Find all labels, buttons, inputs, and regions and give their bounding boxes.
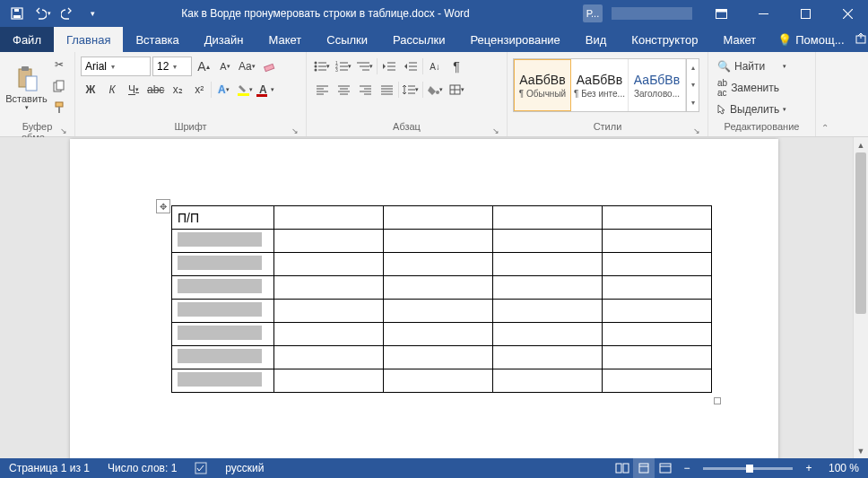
tab-mailings[interactable]: Рассылки: [380, 27, 457, 52]
svg-rect-12: [26, 76, 37, 91]
bold-button[interactable]: Ж: [81, 80, 100, 100]
tab-table-design[interactable]: Конструктор: [619, 27, 710, 52]
user-badge[interactable]: Р...: [583, 4, 603, 22]
shrink-font-button[interactable]: A▾: [215, 56, 235, 76]
font-size-combo[interactable]: 12▾: [152, 56, 192, 76]
table-move-handle[interactable]: ✥: [156, 199, 170, 213]
zoom-level[interactable]: 100 %: [820, 462, 868, 474]
redo-button[interactable]: [56, 3, 79, 24]
style-no-spacing[interactable]: АаБбВв¶ Без инте...: [571, 59, 629, 111]
decrease-indent-button[interactable]: [379, 56, 399, 76]
find-button[interactable]: 🔍Найти▾: [714, 56, 790, 76]
align-center-button[interactable]: [334, 80, 353, 100]
page-status[interactable]: Страница 1 из 1: [0, 462, 99, 474]
numbering-button[interactable]: 123▾: [334, 56, 353, 76]
svg-rect-15: [56, 102, 63, 107]
italic-button[interactable]: К: [102, 80, 122, 100]
superscript-button[interactable]: x²: [189, 80, 209, 100]
minimize-button[interactable]: [743, 0, 784, 27]
tab-design[interactable]: Дизайн: [192, 27, 256, 52]
show-marks-button[interactable]: ¶: [447, 56, 466, 76]
align-left-button[interactable]: [312, 80, 332, 100]
font-name-combo[interactable]: Arial▾: [81, 56, 151, 76]
strikethrough-button[interactable]: abc: [145, 80, 166, 100]
tab-insert[interactable]: Вставка: [123, 27, 191, 52]
print-layout-button[interactable]: [633, 458, 655, 478]
ribbon-display-options[interactable]: [701, 0, 742, 27]
clipboard-dialog-launcher[interactable]: ↘: [60, 126, 67, 135]
styles-dialog-launcher[interactable]: ↘: [693, 126, 700, 135]
scroll-down-button[interactable]: ▼: [854, 443, 868, 458]
scroll-thumb[interactable]: [855, 152, 866, 314]
paste-button[interactable]: Вставить ▾: [5, 55, 48, 121]
table-row: П/П: [172, 206, 712, 230]
change-case-button[interactable]: Aa▾: [237, 56, 257, 76]
vertical-scrollbar[interactable]: ▲ ▼: [853, 137, 868, 458]
zoom-slider[interactable]: [703, 467, 793, 470]
highlight-button[interactable]: ▾: [235, 80, 255, 100]
increase-indent-button[interactable]: [401, 56, 421, 76]
paragraph-dialog-launcher[interactable]: ↘: [492, 126, 499, 135]
document-scroll-area[interactable]: ✥ П/П: [0, 137, 853, 458]
close-button[interactable]: [828, 0, 868, 27]
borders-button[interactable]: ▾: [447, 80, 466, 100]
collapse-ribbon-button[interactable]: ⌃: [816, 52, 834, 136]
zoom-out-button[interactable]: −: [676, 458, 698, 478]
tell-me[interactable]: 💡Помощ...: [768, 27, 853, 52]
subscript-button[interactable]: x₂: [168, 80, 187, 100]
document-page[interactable]: ✥ П/П: [70, 139, 778, 458]
justify-button[interactable]: [377, 80, 396, 100]
bullets-button[interactable]: ▾: [312, 56, 332, 76]
zoom-in-button[interactable]: +: [798, 458, 820, 478]
maximize-button[interactable]: [786, 0, 826, 27]
multilevel-list-button[interactable]: ▾: [355, 56, 375, 76]
styles-gallery[interactable]: АаБбВв¶ Обычный АаБбВв¶ Без инте... АаБб…: [513, 58, 699, 112]
save-button[interactable]: [5, 3, 29, 24]
bulb-icon: 💡: [777, 33, 792, 47]
qat-customize[interactable]: ▾: [81, 3, 104, 24]
grow-font-button[interactable]: A▴: [194, 56, 213, 76]
tab-file[interactable]: Файл: [0, 27, 54, 52]
table-resize-handle[interactable]: [714, 397, 721, 404]
line-spacing-button[interactable]: ▾: [401, 80, 421, 100]
styles-more-button[interactable]: ▴▾▾: [686, 59, 699, 111]
cut-button[interactable]: ✂: [49, 55, 69, 74]
replace-button[interactable]: abacЗаменить: [714, 78, 790, 98]
numbering-icon: 123: [335, 61, 348, 72]
share-icon[interactable]: [854, 33, 868, 46]
clear-formatting-button[interactable]: [259, 56, 279, 76]
text-effects-button[interactable]: A▾: [213, 80, 233, 100]
style-normal[interactable]: АаБбВв¶ Обычный: [514, 59, 571, 111]
font-color-button[interactable]: A▾: [256, 80, 276, 100]
tab-view[interactable]: Вид: [573, 27, 620, 52]
undo-button[interactable]: ▾: [30, 3, 54, 24]
paste-icon: [13, 65, 41, 93]
copy-button[interactable]: [49, 76, 69, 96]
tab-layout[interactable]: Макет: [256, 27, 314, 52]
language-status[interactable]: русский: [216, 462, 273, 474]
tab-review[interactable]: Рецензирование: [457, 27, 572, 52]
spell-check-icon[interactable]: [186, 462, 216, 474]
tab-table-layout[interactable]: Макет: [710, 27, 768, 52]
table-cell[interactable]: П/П: [172, 206, 274, 230]
shading-button[interactable]: ▾: [425, 80, 445, 100]
scroll-up-button[interactable]: ▲: [854, 137, 868, 152]
sort-button[interactable]: A↓: [425, 56, 445, 76]
align-right-button[interactable]: [355, 80, 375, 100]
font-dialog-launcher[interactable]: ↘: [291, 126, 299, 135]
zoom-slider-thumb[interactable]: [746, 465, 753, 473]
read-mode-button[interactable]: [612, 458, 633, 478]
format-painter-button[interactable]: [49, 98, 69, 117]
word-count[interactable]: Число слов: 1: [99, 462, 186, 474]
underline-button[interactable]: Ч▾: [124, 80, 143, 100]
style-heading1[interactable]: АаБбВвЗаголово...: [629, 59, 686, 111]
tab-home[interactable]: Главная: [54, 27, 123, 52]
bullets-icon: [314, 61, 326, 72]
document-table[interactable]: П/П: [171, 205, 712, 393]
select-button[interactable]: Выделить▾: [714, 100, 790, 119]
search-icon: 🔍: [717, 60, 731, 73]
svg-rect-66: [639, 464, 648, 473]
tab-references[interactable]: Ссылки: [314, 27, 380, 52]
web-layout-button[interactable]: [655, 458, 676, 478]
svg-rect-65: [623, 464, 629, 473]
